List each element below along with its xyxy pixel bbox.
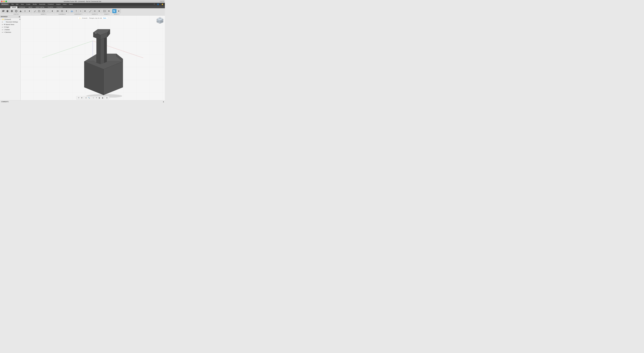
svg-point-7 [15,10,17,12]
vp-fit-icon[interactable]: ⊡ [85,97,87,99]
svg-point-34 [104,11,104,11]
vp-display-icon[interactable]: ☀ [95,97,98,99]
bodies-icon: ⬡ [4,29,5,31]
create-revolve-icon[interactable] [23,9,27,13]
menu-notifications[interactable]: 🔔 [160,3,164,6]
toolbar-group-select: ▼ SELECT ▾ [112,8,121,15]
browser-collapse-icon[interactable]: ◀ [19,16,20,18]
menu-help[interactable]: ? [153,3,156,5]
construct-plane-icon[interactable] [70,9,74,13]
insert-buttons: ▼ [102,9,111,14]
create-buttons: ▼ [1,9,32,14]
tab-solid[interactable]: SOLID [10,6,18,8]
svg-marker-35 [104,11,106,12]
create-torus-icon[interactable] [14,9,18,13]
create-sphere-icon[interactable] [10,9,14,13]
minimize-button[interactable] [3,1,5,2]
vp-grid-settings-icon[interactable]: ⊞ [106,97,108,99]
menu-insert[interactable]: Insert [62,3,68,5]
statusbar-right-icon[interactable]: ◀ [163,101,164,103]
vp-perspective-icon[interactable]: ⬡ [92,97,95,99]
construct-chevron-icon[interactable]: ▼ [83,9,87,13]
menu-construct[interactable]: Construct [47,3,55,5]
vp-visual-style-icon[interactable]: ◧ [98,97,101,99]
close-button[interactable] [1,1,2,2]
menu-modify[interactable]: Modify [32,3,38,5]
create-cylinder-icon[interactable] [6,9,10,13]
vp-separator-1 [84,97,84,99]
create-extrude-icon[interactable] [18,9,23,13]
vp-render-icon[interactable]: ▣ [101,97,104,99]
browser-item-doc-settings[interactable]: ▶ 📄 Document Settings [0,21,20,23]
unsaved-warning: ⚠ Unsaved: Changes may be lost Save [78,17,108,20]
doc-settings-icon: 📄 [4,21,6,23]
svg-text:TOP: TOP [159,18,161,19]
insert-image-icon[interactable] [102,9,107,13]
browser-item-sketches[interactable]: ▶ ✏ Sketches [0,31,20,34]
menu-inspect[interactable]: Inspect [55,3,62,5]
construct-point-icon[interactable] [78,9,83,13]
vp-orbit-icon[interactable]: ⟳ [78,97,80,99]
modify-shell-icon[interactable] [42,9,46,13]
view-cube[interactable]: TOP FRONT RIGHT [156,17,164,24]
expand-root-icon: ▼ [0,19,2,20]
window-title: Autodesk Fusion 360 - (Unsaved) - Not fo… [64,1,101,2]
tab-sheet-metal[interactable]: SHEET METAL [34,6,46,8]
inspect-section-icon[interactable] [93,9,97,13]
select-label: SELECT ▾ [114,14,119,15]
3d-object [76,25,130,98]
svg-line-28 [90,10,91,12]
menu-edit[interactable]: Edit [15,3,20,5]
menu-assemble[interactable]: Assemble [38,3,46,5]
browser-item-bodies[interactable]: ▶ ⬡ Bodies [0,28,20,31]
toolbar-group-inspect: ▼ INSPECT ▾ [88,8,102,15]
menu-view[interactable]: View [20,3,25,5]
browser-item-root[interactable]: ▼ 📁 (Unsaved) ⚙ [0,18,20,21]
root-settings-icon[interactable]: ⚙ [19,19,20,20]
tab-mesh[interactable]: MESH [27,6,34,8]
select-icon[interactable] [112,9,116,13]
assemble-joint-icon[interactable] [56,9,60,13]
menubar: DESIGN ▾ File Edit View Create Modify As… [0,3,165,6]
svg-rect-21 [62,11,63,12]
menu-create[interactable]: Create [25,3,32,5]
browser-header: BROWSER ◀ [0,16,20,18]
select-more-icon[interactable]: ▼ [117,9,121,13]
inspect-more-icon[interactable]: ▼ [97,9,101,13]
maximize-button[interactable] [6,1,7,2]
modify-fillet-icon[interactable] [33,9,37,13]
menu-account[interactable]: 👤 [156,3,160,6]
window-controls[interactable] [1,1,7,2]
modify-scale-icon[interactable]: ⤢ [46,9,50,13]
vp-pan-icon[interactable]: ✥ [80,97,83,99]
toolbar-group-modify: ⤢ ▼ MODIFY ▾ [32,8,55,15]
step-counter: 0 of 10 [160,1,164,2]
menu-design[interactable]: DESIGN ▾ [0,3,9,6]
assemble-more-icon[interactable]: ▼ [64,9,68,13]
viewport[interactable]: ⚠ Unsaved: Changes may be lost Save [20,16,165,100]
browser-item-origin[interactable]: ▶ ✛ Origin [0,26,20,28]
assemble-component-icon[interactable] [60,9,64,13]
tab-surface[interactable]: SURFACE [18,6,27,8]
assemble-buttons: ▼ [56,9,68,14]
vp-zoom-icon[interactable]: 🔍 [88,97,90,99]
create-more-icon[interactable]: ▼ [27,9,32,13]
browser-item-named-views[interactable]: ▶ 👁 Named Views [0,23,20,26]
inspect-measure-icon[interactable] [88,9,92,13]
modify-chamfer-icon[interactable] [37,9,41,13]
menu-file[interactable]: File [10,3,15,5]
tab-plastic[interactable]: PLASTIC [46,6,55,8]
select-buttons: ▼ [112,9,121,14]
create-box-icon[interactable] [1,9,5,13]
modify-more-icon[interactable]: ▼ [50,9,54,13]
svg-rect-0 [2,11,4,12]
insert-more-icon[interactable]: ▼ [107,9,111,13]
tab-utilities[interactable]: UTILITIES [55,6,64,8]
statusbar: COMMENTS ◀ [0,100,165,103]
main-area: BROWSER ◀ ▼ 📁 (Unsaved) ⚙ ▶ 📄 Document S… [0,16,165,100]
save-link[interactable]: Save [103,17,106,19]
toolbar-group-insert: ▼ INSERT ▾ [102,8,112,15]
menu-select[interactable]: Select [68,3,74,5]
construct-axis-icon[interactable] [74,9,78,13]
unsaved-message: Changes may be lost [89,17,102,19]
